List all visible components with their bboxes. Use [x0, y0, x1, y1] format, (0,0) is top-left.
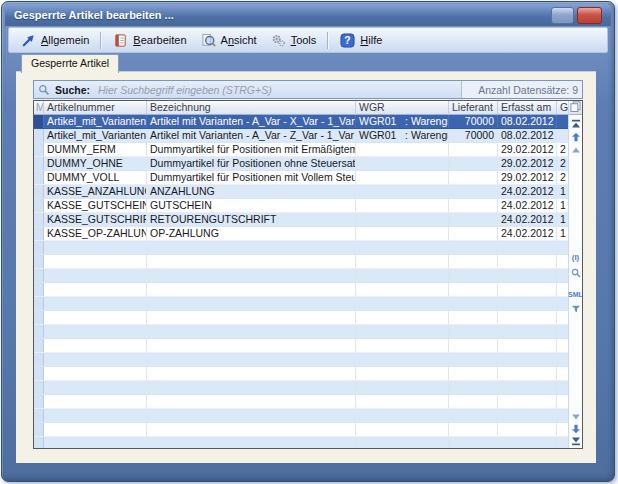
cell-wgr — [356, 269, 449, 282]
cell-wgr: WGR01 : Warengruppe 1 — [356, 115, 449, 128]
cell-m — [34, 115, 44, 128]
svg-text:?: ? — [345, 35, 351, 46]
toolbar-button-label: Tools — [291, 34, 317, 46]
cell-erfasst — [498, 283, 557, 296]
toolbar-separator — [327, 32, 329, 49]
cell-m — [34, 409, 44, 422]
table-row[interactable]: DUMMY_VOLLDummyartikel für Positionen mi… — [34, 171, 569, 185]
table-row[interactable]: KASSE_ANZAHLUNGANZAHLUNG24.02.20121 — [34, 185, 569, 199]
column-header-m[interactable]: M — [34, 101, 44, 115]
tab-gesperrte-artikel[interactable]: Gesperrte Artikel — [21, 54, 119, 73]
cell-artikelnummer — [44, 437, 147, 448]
cell-m — [34, 157, 44, 170]
cell-artikelnummer — [44, 269, 147, 282]
table-row[interactable]: KASSE_GUTSCHEINGUTSCHEIN24.02.20121 — [34, 199, 569, 213]
toolbar-button-label: Bearbeiten — [133, 34, 186, 46]
down-arrow-icon[interactable] — [569, 423, 582, 435]
cell-artikelnummer — [44, 339, 147, 352]
cell-bezeichnung — [147, 241, 356, 254]
table-row[interactable]: Artikel_mit_Varianten.002Artikel mit Var… — [34, 129, 569, 143]
toolbar: AllgemeinBearbeitenAnsichtTools?Hilfe — [8, 27, 608, 53]
scroll-to-bottom-icon[interactable] — [569, 435, 582, 447]
up-triangle-icon[interactable] — [569, 144, 582, 156]
column-header-artikelnummer[interactable]: Artikelnummer — [44, 101, 147, 115]
cell-m — [34, 437, 44, 448]
cell-wgr — [356, 381, 449, 394]
toolbar-button-allgemein[interactable]: Allgemein — [14, 31, 96, 50]
toolbar-button-tools[interactable]: Tools — [264, 31, 324, 50]
column-header-lieferant[interactable]: Lieferant — [449, 101, 498, 115]
tools-icon — [271, 33, 286, 48]
cell-erfasst: 29.02.2012 — [498, 143, 557, 156]
table-row[interactable]: DUMMY_ERMDummyartikel für Positionen mit… — [34, 143, 569, 157]
cell-artikelnummer — [44, 297, 147, 310]
table-row[interactable]: Artikel_mit_Varianten.001Artikel mit Var… — [34, 115, 569, 129]
tab-page: Suche: Hier Suchbegriff eingeben (STRG+S… — [16, 71, 596, 463]
cell-erfasst — [498, 339, 557, 352]
table-row[interactable]: DUMMY_OHNEDummyartikel für Positionen oh… — [34, 157, 569, 171]
cell-artikelnummer — [44, 325, 147, 338]
toolbar-button-ansicht[interactable]: Ansicht — [194, 31, 264, 50]
empty-row — [34, 255, 569, 269]
window-title: Gesperrte Artikel bearbeiten ... — [5, 9, 174, 21]
help-icon: ? — [340, 33, 355, 48]
cell-bezeichnung — [147, 269, 356, 282]
cell-m — [34, 269, 44, 282]
cell-lieferant — [449, 437, 498, 448]
cell-erfasst: 24.02.2012 — [498, 185, 557, 198]
filter-icon[interactable] — [569, 303, 582, 315]
data-grid: MArtikelnummerBezeichnungWGRLieferantErf… — [33, 100, 583, 449]
search-bar[interactable]: Suche: Hier Suchbegriff eingeben (STRG+S… — [33, 80, 583, 99]
cell-m — [34, 423, 44, 436]
search-input[interactable]: Hier Suchbegriff eingeben (STRG+S) — [98, 84, 272, 96]
table-row[interactable]: KASSE_OP-ZAHLUNGOP-ZAHLUNG24.02.20121 — [34, 227, 569, 241]
titlebar[interactable]: Gesperrte Artikel bearbeiten ... — [5, 4, 611, 26]
cell-bezeichnung — [147, 339, 356, 352]
cell-lieferant — [449, 241, 498, 254]
cell-wgr — [356, 297, 449, 310]
column-chooser-button[interactable] — [569, 101, 582, 115]
font-size-icon[interactable]: SML — [569, 288, 582, 300]
cell-lieferant: 70000 — [449, 115, 498, 128]
cell-bezeichnung: Dummyartikel für Positionen mit Ermäßigt… — [147, 143, 356, 156]
toolbar-button-bearbeiten[interactable]: Bearbeiten — [106, 31, 193, 50]
column-header-wgr[interactable]: WGR — [356, 101, 449, 115]
toolbar-button-label: Hilfe — [360, 34, 382, 46]
close-button[interactable] — [577, 7, 602, 24]
cell-bezeichnung — [147, 353, 356, 366]
cell-artikelnummer: KASSE_GUTSCHRIFT — [44, 213, 147, 226]
toolbar-button-hilfe[interactable]: ?Hilfe — [333, 31, 389, 50]
cell-m — [34, 143, 44, 156]
search-icon — [38, 84, 50, 96]
up-arrow-icon[interactable] — [569, 131, 582, 143]
fit-columns-icon[interactable]: (I) — [569, 251, 582, 263]
down-triangle-icon[interactable] — [569, 411, 582, 423]
empty-row — [34, 409, 569, 423]
cell-m — [34, 311, 44, 324]
cell-m — [34, 353, 44, 366]
empty-row — [34, 297, 569, 311]
column-header-erfasst[interactable]: Erfasst am — [498, 101, 557, 115]
cell-lieferant: 70000 — [449, 129, 498, 142]
cell-artikelnummer: Artikel_mit_Varianten.001 — [44, 115, 147, 128]
cell-artikelnummer: KASSE_GUTSCHEIN — [44, 199, 147, 212]
scroll-to-top-icon[interactable] — [569, 118, 582, 130]
cell-erfasst: 24.02.2012 — [498, 199, 557, 212]
empty-row — [34, 269, 569, 283]
cell-bezeichnung: Dummyartikel für Positionen mit Vollem S… — [147, 171, 356, 184]
column-header-bezeichnung[interactable]: Bezeichnung — [147, 101, 356, 115]
cell-m — [34, 227, 44, 240]
cell-erfasst: 29.02.2012 — [498, 171, 557, 184]
cell-artikelnummer — [44, 409, 147, 422]
grid-side-toolbar: (I) SML — [568, 101, 582, 448]
table-row[interactable]: KASSE_GUTSCHRIFTRETOURENGUTSCHRIFT24.02.… — [34, 213, 569, 227]
empty-row — [34, 283, 569, 297]
cell-erfasst — [498, 423, 557, 436]
cell-artikelnummer — [44, 395, 147, 408]
cell-artikelnummer — [44, 311, 147, 324]
cell-erfasst: 24.02.2012 — [498, 227, 557, 240]
cell-wgr — [356, 227, 449, 240]
restore-button[interactable] — [551, 7, 574, 24]
zoom-search-icon[interactable] — [569, 267, 582, 279]
cell-bezeichnung — [147, 297, 356, 310]
